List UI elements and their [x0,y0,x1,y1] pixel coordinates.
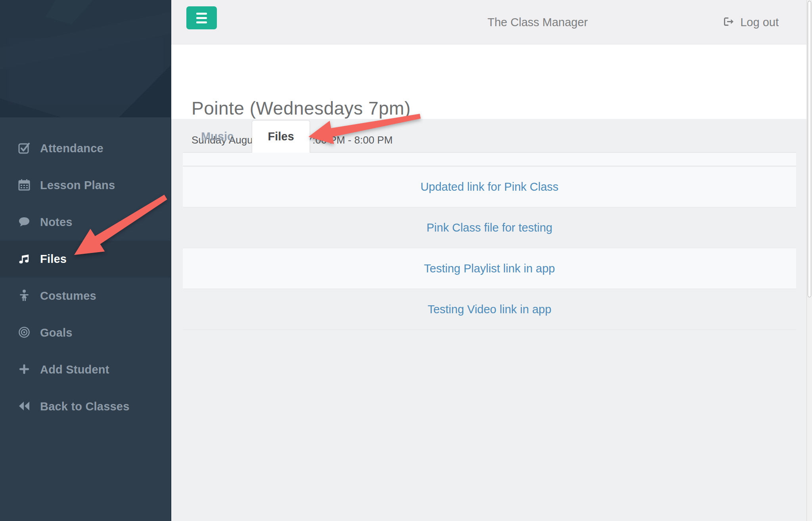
sidebar-item-label: Attendance [40,142,103,155]
comment-icon [18,215,31,230]
app-window: Attendance Lesson Plans Notes Files [0,0,812,521]
check-square-icon [18,142,31,156]
hamburger-menu-icon [196,13,207,23]
sidebar-item-add-student[interactable]: Add Student [0,351,170,388]
logout-label: Log out [740,16,779,29]
bullseye-icon [18,326,31,340]
file-row[interactable]: Updated link for Pink Class [183,166,796,207]
sidebar-item-label: Back to Classes [40,400,129,413]
sidebar-item-attendance[interactable]: Attendance [0,130,170,167]
hamburger-menu-button[interactable] [186,6,217,29]
sidebar-item-label: Goals [40,326,73,339]
sidebar-item-back-to-classes[interactable]: Back to Classes [0,388,170,425]
class-title: Pointe (Wednesdays 7pm) [192,98,411,119]
class-header-panel: Pointe (Wednesdays 7pm) Sunday August 18… [171,44,812,119]
file-link[interactable]: Testing Playlist link in app [424,262,555,275]
music-note-icon [18,252,31,266]
top-navbar: The Class Manager Log out [171,0,812,44]
file-row[interactable]: Testing Playlist link in app [183,248,796,289]
sidebar-item-label: Files [40,253,67,266]
sidebar-item-label: Notes [40,216,73,229]
main-content: The Class Manager Log out Pointe (Wednes… [171,0,812,521]
tab-label: Files [268,130,294,143]
file-link[interactable]: Updated link for Pink Class [420,180,558,193]
files-table: Updated link for Pink Class Pink Class f… [183,153,796,330]
sign-out-icon [722,16,734,28]
scrollbar-thumb[interactable] [808,1,811,297]
file-row[interactable]: Testing Video link in app [183,289,796,330]
calendar-icon [18,178,31,193]
sidebar-item-goals[interactable]: Goals [0,314,170,351]
file-link[interactable]: Pink Class file for testing [427,221,553,234]
sidebar-item-files[interactable]: Files [0,241,170,278]
tab-files[interactable]: Files [252,120,310,153]
sidebar-item-notes[interactable]: Notes [0,204,170,241]
tab-music[interactable]: Music [183,120,252,153]
abstract-dark-banner [0,0,170,117]
rewind-icon [18,400,31,414]
sidebar-item-costumes[interactable]: Costumes [0,278,170,314]
scrollbar-track[interactable] [806,0,812,521]
tab-label: Music [201,130,234,143]
sidebar-item-label: Add Student [40,363,109,376]
sidebar: Attendance Lesson Plans Notes Files [0,0,171,521]
sidebar-menu: Attendance Lesson Plans Notes Files [0,130,170,425]
file-link[interactable]: Testing Video link in app [427,303,551,316]
plus-icon [18,363,31,377]
files-table-header-row [183,153,796,166]
sidebar-item-label: Lesson Plans [40,179,115,192]
child-icon [18,289,31,303]
logout-button[interactable]: Log out [722,0,779,44]
sidebar-item-lesson-plans[interactable]: Lesson Plans [0,167,170,204]
sidebar-item-label: Costumes [40,289,96,303]
sidebar-header-image [0,0,170,117]
app-title: The Class Manager [487,0,588,44]
file-row[interactable]: Pink Class file for testing [183,207,796,248]
